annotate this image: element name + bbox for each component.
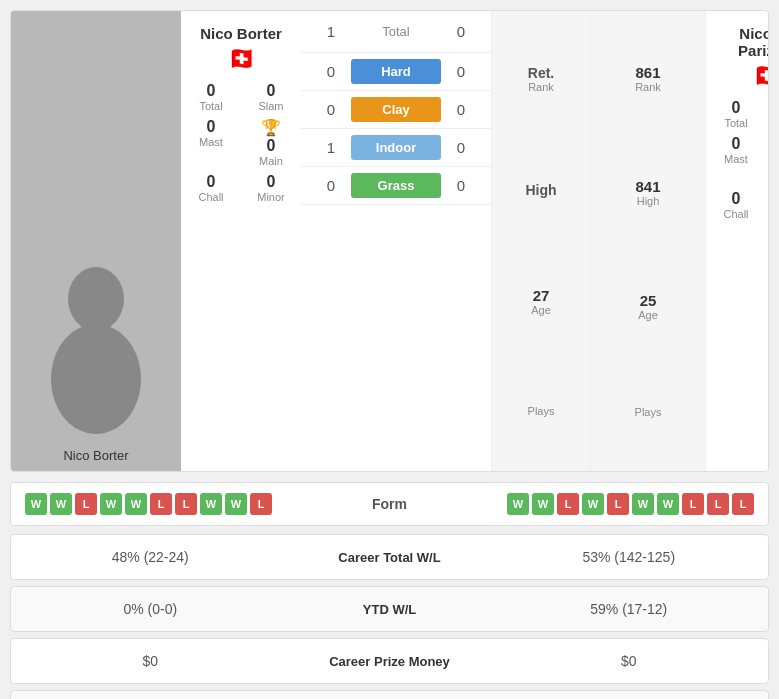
left-form-5: W xyxy=(125,493,147,515)
left-center-info: Ret. Rank High 27 Age Plays xyxy=(491,11,591,471)
ytd-titles-right: 0 xyxy=(490,691,769,699)
left-plays-label: Plays xyxy=(528,405,555,417)
right-form-4: W xyxy=(582,493,604,515)
left-form-3: L xyxy=(75,493,97,515)
career-wl-left: 48% (22-24) xyxy=(11,535,290,579)
indoor-left: 1 xyxy=(311,139,351,156)
right-plays-block: Plays xyxy=(635,406,662,418)
right-form-2: W xyxy=(532,493,554,515)
right-form-5: L xyxy=(607,493,629,515)
right-high-block: 841 High xyxy=(635,178,660,207)
right-stat-mast: 0 Mast xyxy=(710,135,762,184)
right-high-label: High xyxy=(637,195,660,207)
career-wl-right: 53% (142-125) xyxy=(490,535,769,579)
left-stat-minor: 0 Minor xyxy=(245,173,297,203)
right-stat-total: 0 Total xyxy=(710,99,762,129)
center-column: 1 Total 0 0 Hard 0 0 Clay 0 1 Indoor 0 0 xyxy=(301,11,491,471)
right-form-10: L xyxy=(732,493,754,515)
right-stat-chall: 0 Chall xyxy=(710,190,762,220)
hard-left: 0 xyxy=(311,63,351,80)
indoor-button[interactable]: Indoor xyxy=(351,135,441,160)
prize-money-row: $0 Career Prize Money $0 xyxy=(10,638,769,684)
left-rank-val: Ret. xyxy=(528,65,554,81)
left-form-badges: W W L W W L L W W L xyxy=(25,493,272,515)
right-flag: 🇨🇭 xyxy=(753,63,770,89)
left-player-info: Nico Borter 🇨🇭 0 Total 0 Slam 0 Mast 🏆 0 xyxy=(181,11,301,471)
clay-row: 0 Clay 0 xyxy=(301,91,491,129)
left-high-block: High xyxy=(525,182,556,198)
right-form-9: L xyxy=(707,493,729,515)
left-high-val: High xyxy=(525,182,556,198)
ytd-titles-label: YTD Titles xyxy=(290,692,490,700)
left-form-7: L xyxy=(175,493,197,515)
left-flag: 🇨🇭 xyxy=(228,46,255,72)
left-stat-slam: 0 Slam xyxy=(245,82,297,112)
left-player-name-photo: Nico Borter xyxy=(63,444,128,463)
left-stat-main-trophy: 🏆 0 Main xyxy=(245,118,297,167)
right-rank-block: 861 Rank xyxy=(635,64,661,93)
total-right: 0 xyxy=(441,23,481,40)
clay-button[interactable]: Clay xyxy=(351,97,441,122)
ytd-titles-row: 0 YTD Titles 0 xyxy=(10,690,769,699)
svg-point-0 xyxy=(68,267,124,331)
ytd-titles-left: 0 xyxy=(11,691,290,699)
left-rank-block: Ret. Rank xyxy=(528,65,554,93)
right-plays-label: Plays xyxy=(635,406,662,418)
form-label: Form xyxy=(360,496,420,512)
indoor-right: 0 xyxy=(441,139,481,156)
ytd-wl-right: 59% (17-12) xyxy=(490,587,769,631)
total-label: Total xyxy=(382,24,409,39)
right-rank-val: 861 xyxy=(635,64,660,81)
career-wl-label: Career Total W/L xyxy=(290,536,490,579)
hard-right: 0 xyxy=(441,63,481,80)
grass-left: 0 xyxy=(311,177,351,194)
left-age-block: 27 Age xyxy=(531,287,551,316)
indoor-row: 1 Indoor 0 xyxy=(301,129,491,167)
grass-row: 0 Grass 0 xyxy=(301,167,491,205)
left-stat-chall: 0 Chall xyxy=(185,173,237,203)
right-form-6: W xyxy=(632,493,654,515)
ytd-wl-label: YTD W/L xyxy=(290,588,490,631)
right-form-1: W xyxy=(507,493,529,515)
ytd-wl-left: 0% (0-0) xyxy=(11,587,290,631)
career-wl-row: 48% (22-24) Career Total W/L 53% (142-12… xyxy=(10,534,769,580)
main-container: Nico Borter Nico Borter 🇨🇭 0 Total 0 Sla… xyxy=(0,0,779,699)
prize-money-left: $0 xyxy=(11,639,290,683)
hard-row: 0 Hard 0 xyxy=(301,53,491,91)
clay-right: 0 xyxy=(441,101,481,118)
right-player-info: Nicolas Parizzia 🇨🇭 0 Total 0 Slam 0 Mas… xyxy=(706,11,769,471)
right-age-label: Age xyxy=(638,309,658,321)
form-section: W W L W W L L W W L Form W W L W L W W L… xyxy=(10,482,769,526)
left-form-6: L xyxy=(150,493,172,515)
total-row: 1 Total 0 xyxy=(301,11,491,53)
svg-point-1 xyxy=(51,324,141,434)
right-center-info: 861 Rank 841 High 25 Age Plays xyxy=(591,11,706,471)
right-form-3: L xyxy=(557,493,579,515)
prize-money-right: $0 xyxy=(490,639,769,683)
right-age-val: 25 xyxy=(640,292,657,309)
left-form-2: W xyxy=(50,493,72,515)
right-form-7: W xyxy=(657,493,679,515)
left-trophy-icon: 🏆 xyxy=(261,118,281,137)
left-form-8: W xyxy=(200,493,222,515)
hard-button[interactable]: Hard xyxy=(351,59,441,84)
left-stat-total: 0 Total xyxy=(185,82,237,112)
right-form-8: L xyxy=(682,493,704,515)
prize-money-label: Career Prize Money xyxy=(290,640,490,683)
comparison-card: Nico Borter Nico Borter 🇨🇭 0 Total 0 Sla… xyxy=(10,10,769,472)
left-photo-block: Nico Borter xyxy=(11,11,181,471)
left-age-val: 27 xyxy=(533,287,550,304)
left-age-label: Age xyxy=(531,304,551,316)
grass-right: 0 xyxy=(441,177,481,194)
right-form-badges: W W L W L W W L L L xyxy=(507,493,754,515)
left-player-silhouette xyxy=(26,259,166,444)
right-age-block: 25 Age xyxy=(638,292,658,321)
right-high-val: 841 xyxy=(635,178,660,195)
right-player-name: Nicolas Parizzia xyxy=(710,25,769,59)
grass-button[interactable]: Grass xyxy=(351,173,441,198)
left-form-4: W xyxy=(100,493,122,515)
left-plays-block: Plays xyxy=(528,405,555,417)
total-left: 1 xyxy=(311,23,351,40)
left-form-10: L xyxy=(250,493,272,515)
right-rank-label: Rank xyxy=(635,81,661,93)
